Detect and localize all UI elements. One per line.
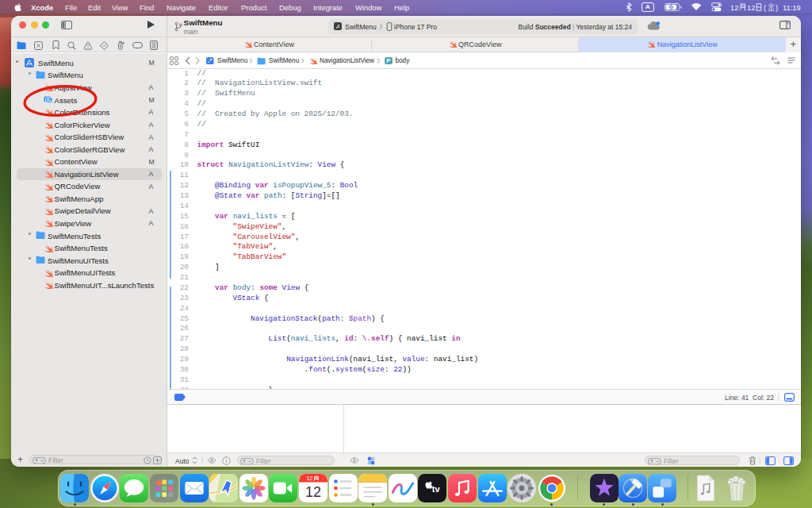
svg-text:tv: tv (432, 483, 441, 493)
svg-text:12: 12 (305, 483, 321, 499)
svg-text:12: 12 (306, 475, 312, 481)
